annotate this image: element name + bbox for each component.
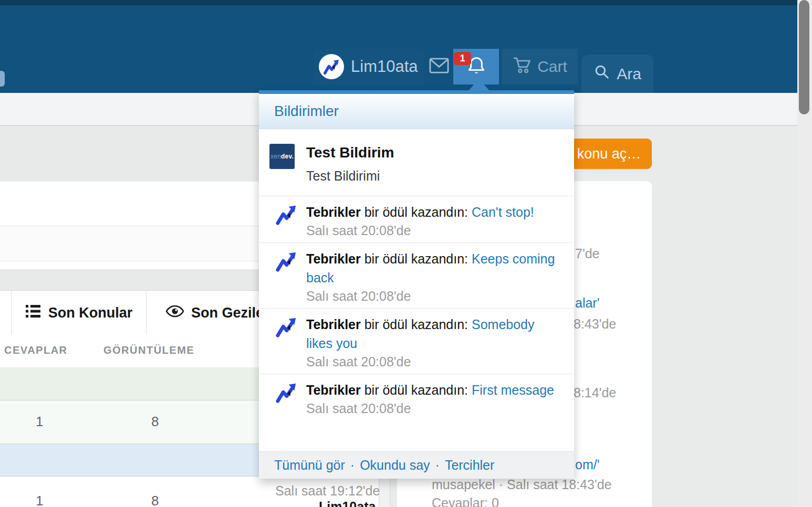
table-divider — [390, 479, 390, 507]
notification-time: Salı saat 20:08'de — [306, 399, 556, 418]
dropdown-title: Bildirimler — [274, 103, 339, 120]
messages-button[interactable] — [422, 49, 456, 85]
xendev-avatar: xendev. — [269, 144, 295, 169]
notification-time: Salı saat 20:08'de — [306, 287, 556, 305]
replies-cell: 1 — [36, 414, 43, 430]
column-header-replies: CEVAPLAR — [4, 344, 68, 356]
search-button[interactable]: Ara — [581, 55, 653, 93]
sidebar-thread-meta: musapekel · Salı saat 18:43'de — [432, 477, 611, 492]
notification-time: Salı saat 20:08'de — [306, 221, 556, 240]
tab-son-konular[interactable]: Son Konular — [11, 291, 147, 335]
notification-item[interactable]: Tebrikler bir ödül kazandın: Can't stop!… — [259, 196, 574, 242]
award-text: bir ödül kazandın: — [361, 383, 472, 397]
sidebar-timestamp: 7'de — [575, 246, 599, 261]
footer-separator: · — [350, 458, 355, 473]
views-cell: 8 — [151, 493, 159, 507]
nav-item-fragment — [0, 71, 5, 87]
eye-icon — [166, 305, 184, 321]
dropdown-header: Bildirimler — [259, 94, 574, 129]
sidebar-thread-link[interactable]: om/' — [575, 457, 599, 472]
user-menu-button[interactable]: Lim10ata — [314, 49, 423, 85]
award-bold: Tebrikler — [306, 317, 361, 332]
search-label: Ara — [617, 65, 641, 83]
cart-icon — [512, 56, 532, 78]
see-all-link[interactable]: Tümünü gör — [274, 458, 345, 473]
dropdown-pointer — [469, 79, 490, 91]
award-text: bir ödül kazandın: — [361, 317, 472, 332]
notification-item[interactable]: xendev. Test Bildirim Test Bildirimi — [259, 129, 574, 196]
notification-title: Test Bildirim — [306, 144, 394, 162]
alert-count-badge: 1 — [454, 52, 471, 65]
table-column-gap — [379, 479, 390, 507]
award-text: bir ödül kazandın: — [361, 205, 472, 219]
replies-cell: 1 — [36, 493, 43, 507]
notification-item[interactable]: Tebrikler bir ödül kazandın: Keeps comin… — [259, 242, 574, 308]
award-link[interactable]: First message — [472, 383, 554, 397]
list-icon — [25, 304, 41, 322]
preferences-link[interactable]: Tercihler — [445, 458, 494, 473]
notification-body: Test Bildirimi — [306, 168, 394, 184]
column-header-views: GÖRÜNTÜLEME — [103, 344, 194, 356]
page: Son Konular Son Geziler CEVAPLAR GÖRÜNTÜ… — [0, 0, 812, 507]
scrollbar-thumb[interactable] — [799, 0, 809, 114]
sidebar-thread-link[interactable]: alar' — [575, 295, 599, 311]
trending-arrow-icon — [275, 250, 297, 274]
sidebar-replies-count: Cevaplar: 0 — [432, 495, 499, 507]
trending-arrow-icon — [275, 204, 297, 228]
search-icon — [594, 64, 610, 84]
thread-author: Lim10ata — [319, 499, 376, 507]
scrollbar-track[interactable] — [797, 0, 812, 507]
trending-arrow-icon — [275, 382, 297, 406]
tab-son-gezilenler[interactable]: Son Geziler — [147, 291, 269, 335]
thread-timestamp: Salı saat 19:12'de — [275, 483, 380, 499]
notifications-dropdown: Bildirimler xendev. Test Bildirim Test B… — [259, 90, 574, 479]
cart-button[interactable]: Cart — [502, 49, 578, 85]
user-avatar — [319, 54, 344, 79]
avatar-text: xen — [270, 153, 281, 160]
award-bold: Tebrikler — [306, 251, 361, 266]
mark-read-link[interactable]: Okundu say — [360, 458, 430, 473]
sidebar-timestamp: 8:14'de — [574, 385, 616, 400]
avatar-text: dev. — [281, 153, 294, 160]
sidebar-timestamp: 8:43'de — [574, 316, 616, 332]
footer-separator: · — [435, 458, 440, 473]
tab-label: Son Geziler — [191, 305, 269, 321]
username-label: Lim10ata — [351, 57, 418, 76]
header-nav: Lim10ata 1 — [307, 0, 580, 93]
notification-item[interactable]: Tebrikler bir ödül kazandın: First messa… — [259, 374, 574, 420]
dropdown-top-strip — [259, 90, 574, 94]
cart-label: Cart — [537, 58, 567, 76]
award-bold: Tebrikler — [306, 383, 361, 397]
award-link[interactable]: Can't stop! — [472, 205, 534, 219]
award-bold: Tebrikler — [306, 205, 361, 219]
tab-label: Son Konular — [48, 305, 133, 321]
award-text: bir ödül kazandın: — [361, 251, 472, 266]
dropdown-footer: Tümünü gör · Okundu say · Tercihler — [259, 451, 574, 479]
notification-time: Salı saat 20:08'de — [306, 353, 556, 371]
dropdown-body: xendev. Test Bildirim Test Bildirimi Teb… — [259, 129, 574, 420]
views-cell: 8 — [151, 414, 159, 430]
envelope-icon — [429, 58, 449, 76]
notification-item[interactable]: Tebrikler bir ödül kazandın: Somebody li… — [259, 308, 574, 374]
new-topic-button[interactable]: konu aç… — [566, 139, 652, 169]
trending-arrow-icon — [275, 316, 297, 340]
